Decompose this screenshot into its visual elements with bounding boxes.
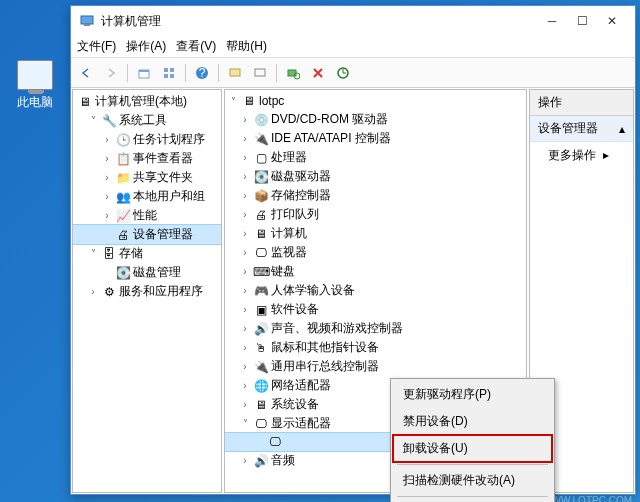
clock-icon: 🕒 (115, 132, 131, 148)
expand-icon[interactable]: › (239, 171, 251, 183)
view-button[interactable] (158, 62, 180, 84)
context-menu: 更新驱动程序(P) 禁用设备(D) 卸载设备(U) 扫描检测硬件改动(A) 属性… (390, 378, 555, 502)
minimize-button[interactable]: ─ (537, 10, 567, 32)
dev-sound[interactable]: ›🔊声音、视频和游戏控制器 (225, 319, 526, 338)
ctx-disable-device[interactable]: 禁用设备(D) (393, 408, 552, 435)
dev-mouse[interactable]: ›🖱鼠标和其他指针设备 (225, 338, 526, 357)
collapse-icon[interactable]: ˅ (87, 248, 99, 260)
storage-icon: 🗄 (101, 246, 117, 262)
dev-dvd[interactable]: ›💿DVD/CD-ROM 驱动器 (225, 110, 526, 129)
expand-icon[interactable]: › (239, 152, 251, 164)
tree-services[interactable]: ›⚙服务和应用程序 (73, 282, 221, 301)
expand-icon[interactable]: › (239, 455, 251, 467)
up-button[interactable] (133, 62, 155, 84)
tree-task-scheduler[interactable]: ›🕒任务计划程序 (73, 130, 221, 149)
help-button[interactable]: ? (191, 62, 213, 84)
tb-scan-icon[interactable] (282, 62, 304, 84)
dev-cpu[interactable]: ›▢处理器 (225, 148, 526, 167)
tree-system-tools[interactable]: ˅🔧系统工具 (73, 111, 221, 130)
expand-icon[interactable]: › (239, 247, 251, 259)
expand-icon[interactable]: › (239, 228, 251, 240)
dev-hid[interactable]: ›🎮人体学输入设备 (225, 281, 526, 300)
expand-icon[interactable]: › (87, 286, 99, 298)
url-text: WWW.LOTPC.COM (542, 495, 632, 502)
expand-icon[interactable]: › (239, 114, 251, 126)
expand-icon[interactable]: › (101, 172, 113, 184)
tree-local-users[interactable]: ›👥本地用户和组 (73, 187, 221, 206)
collapse-icon[interactable]: ˅ (227, 95, 239, 107)
ctx-uninstall-device[interactable]: 卸载设备(U) (393, 435, 552, 462)
maximize-button[interactable]: ☐ (567, 10, 597, 32)
tree-storage[interactable]: ˅🗄存储 (73, 244, 221, 263)
tb-update-icon[interactable] (332, 62, 354, 84)
dev-storage-ctrl[interactable]: ›📦存储控制器 (225, 186, 526, 205)
window-title: 计算机管理 (101, 13, 537, 30)
tb-disable-icon[interactable] (307, 62, 329, 84)
expand-icon[interactable]: › (101, 153, 113, 165)
expand-icon[interactable]: › (239, 304, 251, 316)
desktop-this-pc[interactable]: 此电脑 (10, 60, 60, 111)
forward-button[interactable] (100, 62, 122, 84)
tb-icon1[interactable] (224, 62, 246, 84)
expand-icon[interactable]: › (239, 323, 251, 335)
mouse-icon: 🖱 (253, 340, 269, 356)
dev-root[interactable]: ˅🖥lotpc (225, 92, 526, 110)
usb-icon: 🔌 (253, 359, 269, 375)
ctx-update-driver[interactable]: 更新驱动程序(P) (393, 381, 552, 408)
collapse-icon[interactable]: ˅ (87, 115, 99, 127)
tree-disk-mgmt[interactable]: 💽磁盘管理 (73, 263, 221, 282)
tree-device-manager[interactable]: 🖨设备管理器 (73, 225, 221, 244)
dev-monitor[interactable]: ›🖵监视器 (225, 243, 526, 262)
svg-text:?: ? (199, 66, 206, 80)
svg-rect-1 (84, 24, 90, 26)
tree-root[interactable]: 🖥计算机管理(本地) (73, 92, 221, 111)
perf-icon: 📈 (115, 208, 131, 224)
menu-view[interactable]: 查看(V) (176, 38, 216, 55)
left-pane[interactable]: 🖥计算机管理(本地) ˅🔧系统工具 ›🕒任务计划程序 ›📋事件查看器 ›📁共享文… (72, 89, 222, 493)
expand-icon[interactable]: › (101, 191, 113, 203)
ctx-scan-hardware[interactable]: 扫描检测硬件改动(A) (393, 467, 552, 494)
expand-icon[interactable]: › (101, 210, 113, 222)
dev-print[interactable]: ›🖨打印队列 (225, 205, 526, 224)
dev-computer[interactable]: ›🖥计算机 (225, 224, 526, 243)
monitor-icon: 🖵 (253, 245, 269, 261)
menu-help[interactable]: 帮助(H) (226, 38, 267, 55)
tree-shared-folders[interactable]: ›📁共享文件夹 (73, 168, 221, 187)
hdd-icon: 💽 (253, 169, 269, 185)
actions-section[interactable]: 设备管理器 ▴ (530, 116, 633, 142)
menu-action[interactable]: 操作(A) (126, 38, 166, 55)
actions-more[interactable]: 更多操作 ▸ (530, 142, 633, 169)
dev-keyboard[interactable]: ›⌨键盘 (225, 262, 526, 281)
svg-rect-4 (164, 68, 168, 72)
display-icon: 🖵 (253, 416, 269, 432)
collapse-icon[interactable]: ˅ (239, 418, 251, 430)
software-icon: ▣ (253, 302, 269, 318)
expand-icon[interactable]: › (239, 209, 251, 221)
svg-rect-5 (170, 68, 174, 72)
tb-icon2[interactable] (249, 62, 271, 84)
tree-performance[interactable]: ›📈性能 (73, 206, 221, 225)
dev-disk[interactable]: ›💽磁盘驱动器 (225, 167, 526, 186)
titlebar[interactable]: 计算机管理 ─ ☐ ✕ (71, 6, 635, 36)
computer-icon: 🖥 (253, 226, 269, 242)
expand-icon[interactable]: › (239, 399, 251, 411)
back-button[interactable] (75, 62, 97, 84)
expand-icon[interactable]: › (239, 380, 251, 392)
close-button[interactable]: ✕ (597, 10, 627, 32)
expand-icon[interactable]: › (239, 285, 251, 297)
chevron-up-icon: ▴ (619, 122, 625, 136)
dev-usb[interactable]: ›🔌通用串行总线控制器 (225, 357, 526, 376)
expand-icon[interactable]: › (239, 266, 251, 278)
tree-event-viewer[interactable]: ›📋事件查看器 (73, 149, 221, 168)
dev-software[interactable]: ›▣软件设备 (225, 300, 526, 319)
dev-ide[interactable]: ›🔌IDE ATA/ATAPI 控制器 (225, 129, 526, 148)
expand-icon[interactable]: › (239, 133, 251, 145)
wrench-icon: 🔧 (101, 113, 117, 129)
expand-icon[interactable]: › (239, 342, 251, 354)
menu-file[interactable]: 文件(F) (77, 38, 116, 55)
audio-icon: 🔊 (253, 453, 269, 469)
expand-icon[interactable]: › (239, 190, 251, 202)
expand-icon[interactable]: › (101, 134, 113, 146)
expand-icon[interactable]: › (239, 361, 251, 373)
svg-rect-6 (164, 74, 168, 78)
